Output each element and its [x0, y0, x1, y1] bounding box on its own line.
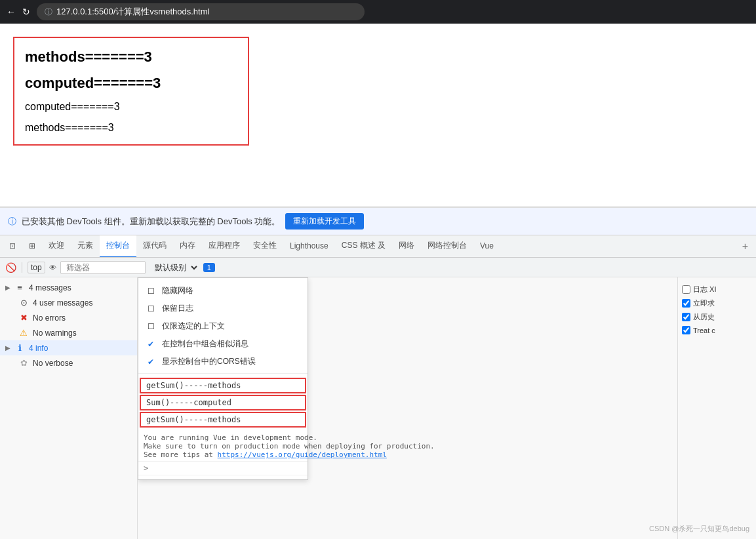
toolbar-divider-1 — [22, 262, 22, 273]
warning-icon: ⚠ — [18, 328, 29, 338]
sidebar-item-user-messages[interactable]: ⊙ 4 user messages — [0, 295, 137, 310]
log-entry-vue-message: You are running Vue in development mode.… — [138, 431, 308, 462]
watermark: CSDN @杀死一只知更鸟debug — [649, 524, 749, 534]
sidebar-item-info[interactable]: ▶ ℹ 4 info — [0, 340, 137, 355]
dropdown-item-group-similar[interactable]: ✔ 在控制台中组合相似消息 — [138, 335, 308, 353]
info-arrow-icon: ▶ — [5, 344, 10, 351]
dropdown-label-cors-errors: 显示控制台中的CORS错误 — [162, 356, 256, 367]
sidebar-info-label: 4 info — [29, 344, 48, 353]
tab-inspect[interactable]: ⊞ — [22, 235, 42, 258]
content-line-3: computed=======3 — [25, 101, 237, 113]
clear-console-icon[interactable]: 🚫 — [5, 262, 16, 273]
reload-devtools-button[interactable]: 重新加载开发工具 — [285, 213, 364, 230]
checkbox-log[interactable] — [682, 285, 690, 294]
right-option-log: 日志 XI — [681, 283, 753, 296]
content-box: methods=======3 computed=======3 compute… — [13, 37, 249, 146]
refresh-button[interactable]: ↻ — [22, 7, 30, 17]
error-icon: ✖ — [18, 313, 29, 323]
eye-icon[interactable]: 👁 — [49, 264, 56, 271]
tab-lighthouse[interactable]: Lighthouse — [283, 235, 335, 258]
console-right: ☐ 隐藏网络 ☐ 保留日志 ☐ 仅限选定的上下文 ✔ 在控制台中组合相似消息 ✔ — [138, 277, 756, 539]
messages-icon: ≡ — [14, 283, 25, 292]
log-text-2: Sum()-----computed — [146, 398, 231, 407]
right-option-history: 从历史 — [681, 310, 753, 324]
checkbox-group-similar[interactable]: ✔ — [148, 340, 157, 349]
sidebar-item-verbose[interactable]: ✿ No verbose — [0, 355, 137, 370]
right-option-history-label: 从历史 — [693, 312, 715, 322]
info-circle-icon: ⓘ — [8, 216, 16, 228]
right-option-immediate-label: 立即求 — [693, 298, 715, 308]
content-line-2: computed=======3 — [25, 75, 237, 92]
log-text-1: getSum()-----methods — [146, 381, 241, 390]
address-bar[interactable]: ⓘ 127.0.0.1:5500/计算属性vsmethods.html — [37, 3, 365, 20]
dropdown-item-preserve-log[interactable]: ☐ 保留日志 — [138, 300, 308, 317]
devtools-info-bar: ⓘ 已安装其他 DevTools 组件。重新加载以获取完整的 DevTools … — [0, 207, 756, 235]
checkbox-preserve-log[interactable]: ☐ — [148, 304, 157, 313]
checkbox-cors-errors[interactable]: ✔ — [148, 357, 157, 367]
checkbox-treat[interactable] — [682, 326, 690, 334]
user-messages-icon: ⊙ — [18, 298, 29, 308]
devtools-panel: ⊡ ⊞ 欢迎 元素 控制台 源代码 内存 应用程序 安全性 Lighthouse… — [0, 235, 756, 539]
sidebar-errors-label: No errors — [33, 313, 66, 323]
sidebar-item-messages[interactable]: ▶ ≡ 4 messages — [0, 280, 137, 295]
dropdown-label-hide-network: 隐藏网络 — [162, 285, 193, 296]
browser-chrome: ← ↻ ⓘ 127.0.0.1:5500/计算属性vsmethods.html — [0, 0, 756, 24]
sidebar-item-warnings[interactable]: ⚠ No warnings — [0, 325, 137, 340]
dropdown-label-group-similar: 在控制台中组合相似消息 — [162, 338, 249, 349]
level-select[interactable]: 默认级别 — [149, 261, 199, 274]
arrow-icon: ▶ — [5, 284, 10, 291]
page-content: methods=======3 computed=======3 compute… — [0, 24, 756, 207]
right-option-treat-label: Treat c — [693, 327, 715, 334]
sidebar-warnings-label: No warnings — [33, 329, 77, 338]
console-sidebar: ▶ ≡ 4 messages ⊙ 4 user messages ✖ No er… — [0, 277, 138, 539]
log-text-3: getSum()-----methods — [146, 415, 241, 424]
tab-network-console[interactable]: 网络控制台 — [421, 235, 473, 258]
right-option-log-label: 日志 XI — [693, 285, 716, 294]
sidebar-messages-label: 4 messages — [29, 283, 71, 292]
tab-vue[interactable]: Vue — [473, 235, 500, 258]
tab-elements[interactable]: 元素 — [71, 235, 100, 258]
add-tab-button[interactable]: + — [737, 241, 753, 252]
sidebar-user-messages-label: 4 user messages — [33, 298, 92, 308]
info-icon: ℹ — [14, 343, 25, 353]
dropdown-overlay: ☐ 隐藏网络 ☐ 保留日志 ☐ 仅限选定的上下文 ✔ 在控制台中组合相似消息 ✔ — [138, 277, 308, 480]
checkbox-hide-network[interactable]: ☐ — [148, 287, 157, 296]
back-button[interactable]: ← — [7, 7, 16, 17]
log-entry-arrow[interactable]: > — [138, 462, 308, 475]
tab-security[interactable]: 安全性 — [247, 235, 283, 258]
tab-console[interactable]: 控制台 — [100, 235, 136, 258]
checkbox-immediate[interactable] — [682, 299, 690, 308]
log-entry-2: Sum()-----computed — [140, 395, 306, 410]
vue-message-text: You are running Vue in development mode.… — [144, 433, 435, 459]
content-line-1: methods=======3 — [25, 49, 237, 66]
sidebar-item-errors[interactable]: ✖ No errors — [0, 310, 137, 325]
console-main: ▶ ≡ 4 messages ⊙ 4 user messages ✖ No er… — [0, 277, 756, 539]
right-option-treat: Treat c — [681, 324, 753, 336]
context-selector[interactable]: top — [28, 262, 45, 273]
message-badge: 1 — [203, 263, 215, 272]
tab-application[interactable]: 应用程序 — [202, 235, 247, 258]
lock-icon: ⓘ — [45, 7, 52, 18]
dropdown-item-selected-context[interactable]: ☐ 仅限选定的上下文 — [138, 317, 308, 335]
tab-screens[interactable]: ⊡ — [3, 235, 22, 258]
sidebar-verbose-label: No verbose — [33, 359, 73, 368]
devtools-tabs: ⊡ ⊞ 欢迎 元素 控制台 源代码 内存 应用程序 安全性 Lighthouse… — [0, 235, 756, 258]
checkbox-history[interactable] — [682, 313, 690, 321]
dropdown-label-selected-context: 仅限选定的上下文 — [162, 321, 225, 332]
console-arrow-icon: > — [144, 464, 148, 473]
content-line-4: methods=======3 — [25, 122, 237, 134]
tab-memory[interactable]: 内存 — [173, 235, 202, 258]
right-options: 日志 XI 立即求 从历史 Treat c — [677, 277, 756, 539]
dropdown-item-cors-errors[interactable]: ✔ 显示控制台中的CORS错误 — [138, 353, 308, 370]
vue-deployment-link[interactable]: https://vuejs.org/guide/deployment.html — [218, 450, 387, 459]
log-entry-1: getSum()-----methods — [140, 378, 306, 393]
tab-welcome[interactable]: 欢迎 — [42, 235, 71, 258]
filter-input[interactable] — [60, 261, 146, 274]
url-text: 127.0.0.1:5500/计算属性vsmethods.html — [56, 6, 209, 18]
tab-network[interactable]: 网络 — [392, 235, 421, 258]
dropdown-item-hide-network[interactable]: ☐ 隐藏网络 — [138, 282, 308, 300]
tab-sources[interactable]: 源代码 — [136, 235, 173, 258]
tab-css-overview[interactable]: CSS 概述 及 — [335, 235, 392, 258]
devtools-info-message: 已安装其他 DevTools 组件。重新加载以获取完整的 DevTools 功能… — [22, 216, 280, 228]
checkbox-selected-context[interactable]: ☐ — [148, 322, 157, 331]
